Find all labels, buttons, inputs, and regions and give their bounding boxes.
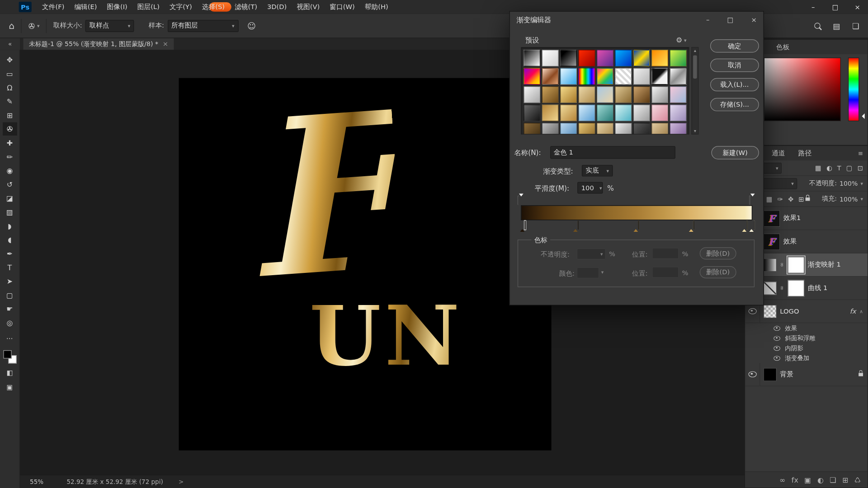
dodge-tool[interactable]: ◖ [3, 233, 17, 246]
stop-location-input[interactable] [652, 267, 679, 277]
tab-swatches[interactable]: 色板 [769, 40, 796, 54]
gradient-preset[interactable] [651, 104, 668, 121]
gradient-tool[interactable]: ▨ [3, 205, 17, 218]
smiley-icon[interactable]: ☺ [247, 21, 256, 31]
gradient-map-thumbnail[interactable] [764, 258, 777, 271]
layer-mask-thumbnail[interactable] [788, 280, 805, 296]
clone-stamp-tool[interactable]: ◉ [3, 164, 17, 177]
gradient-preset[interactable] [560, 50, 577, 66]
filter-smart-object-icon[interactable]: ⊡ [858, 164, 863, 172]
mask-link-icon[interactable]: ∞ [779, 263, 785, 267]
eye-icon[interactable] [774, 346, 780, 351]
gradient-preset[interactable] [560, 104, 577, 121]
lock-position-icon[interactable]: ✥ [788, 195, 793, 203]
new-button[interactable]: 新建(W) [711, 146, 759, 159]
fill-control[interactable]: 填充: 100% ▾ [822, 195, 863, 203]
quick-selection-tool[interactable]: ✎ [3, 94, 17, 108]
color-stop[interactable] [689, 221, 695, 229]
layer-effect-row[interactable]: 内阴影 [745, 343, 868, 353]
delete-opacity-stop-button[interactable]: 删除(D) [700, 247, 736, 259]
layer-row-background[interactable]: 背景 [745, 363, 868, 386]
color-stop[interactable] [742, 221, 748, 229]
color-swatches[interactable] [3, 350, 16, 363]
layer-effect-row[interactable]: 斜面和浮雕 [745, 333, 868, 343]
history-brush-tool[interactable]: ↺ [3, 178, 17, 191]
color-stop[interactable] [520, 221, 526, 229]
minimize-icon[interactable]: – [809, 3, 817, 11]
sample-size-dropdown[interactable]: 取样点 ▾ [85, 19, 134, 32]
workspace-icon[interactable]: ▤ [833, 21, 840, 30]
delete-color-stop-button[interactable]: 删除(D) [700, 266, 736, 278]
gradient-preset[interactable] [597, 50, 613, 66]
new-layer-icon[interactable]: ⊞ [842, 476, 848, 483]
layer-thumbnail[interactable]: F [764, 233, 780, 250]
gradient-preset[interactable] [579, 123, 595, 135]
gradient-preset[interactable] [560, 86, 577, 103]
gradient-preset[interactable] [542, 50, 559, 66]
layer-mask-thumbnail[interactable] [788, 257, 805, 273]
color-stop[interactable] [573, 221, 579, 229]
panel-menu-icon[interactable]: ≡ [858, 150, 863, 157]
gradient-preset[interactable] [579, 50, 595, 66]
gradient-preset[interactable] [615, 86, 632, 103]
visibility-toggle[interactable] [745, 363, 760, 385]
foreground-color-swatch[interactable] [3, 350, 11, 358]
eraser-tool[interactable]: ◪ [3, 192, 17, 205]
filter-shape-icon[interactable]: ▢ [846, 164, 853, 172]
save-button[interactable]: 存储(S)... [710, 98, 759, 111]
dialog-titlebar[interactable]: 渐变编辑器 – □ × [510, 12, 764, 28]
menu-item[interactable]: 视图(V) [292, 0, 325, 14]
gradient-preset[interactable] [579, 104, 595, 121]
stop-color-swatch[interactable] [577, 267, 599, 278]
ok-button[interactable]: 确定 [710, 39, 759, 52]
close-icon[interactable]: × [163, 40, 168, 47]
document-tab[interactable]: 未标题-1 @ 55% (渐变映射 1, 图层蒙版/8) * × [23, 38, 174, 50]
filter-type-icon[interactable]: T [837, 164, 841, 172]
gradient-preset[interactable] [670, 86, 687, 103]
filter-pixel-icon[interactable]: ▦ [815, 164, 821, 172]
status-chevron-icon[interactable]: > [179, 479, 184, 486]
gradient-preset[interactable] [670, 104, 687, 121]
maximize-icon[interactable]: □ [831, 3, 839, 11]
opacity-control[interactable]: 不透明度: 100% ▾ [809, 179, 863, 188]
scroll-down-icon[interactable]: ▾ [692, 128, 698, 133]
eye-icon[interactable] [774, 326, 780, 331]
gradient-preset[interactable] [597, 104, 613, 121]
hand-tool[interactable]: ☛ [3, 302, 17, 315]
gradient-preset[interactable] [615, 68, 632, 85]
scrollbar-thumb[interactable] [693, 55, 697, 78]
menu-item[interactable]: 图层(L) [132, 0, 165, 14]
quick-mask-icon[interactable]: ◧ [3, 368, 17, 378]
close-icon[interactable]: × [854, 3, 861, 11]
gradient-preset[interactable] [597, 68, 613, 85]
menu-item[interactable]: 选择(S) [197, 0, 230, 14]
gradient-preset[interactable] [651, 123, 668, 135]
gradient-preset[interactable] [651, 50, 668, 66]
maximize-icon[interactable]: □ [727, 16, 733, 24]
color-stop[interactable] [749, 221, 755, 229]
menu-item[interactable]: 文字(Y) [165, 0, 197, 14]
eyedropper-tool[interactable]: ✇ [3, 122, 17, 136]
layer-effect-row[interactable]: 渐变叠加 [745, 353, 868, 363]
load-button[interactable]: 载入(L)... [710, 78, 759, 91]
layer-style-icon[interactable]: fx [792, 476, 798, 483]
healing-brush-tool[interactable]: ✚ [3, 136, 17, 149]
eye-icon[interactable] [774, 356, 780, 361]
gradient-preset[interactable] [633, 104, 650, 121]
gradient-preset[interactable] [633, 68, 650, 85]
add-mask-icon[interactable]: ▣ [804, 476, 811, 483]
shape-tool[interactable]: ▢ [3, 288, 17, 301]
menu-item[interactable]: 图像(I) [102, 0, 132, 14]
presets-scrollbar[interactable]: ▴ ▾ [691, 47, 698, 134]
path-select-tool[interactable]: ➤ [3, 274, 17, 287]
curves-thumbnail[interactable] [764, 282, 777, 295]
gradient-preset[interactable] [597, 86, 613, 103]
marquee-tool[interactable]: ▭ [3, 67, 17, 80]
lock-transparency-icon[interactable]: ▦ [766, 195, 773, 203]
gradient-preset[interactable] [542, 123, 559, 135]
toolbar-collapse-button[interactable]: « [0, 38, 20, 50]
canvas[interactable]: F UN [179, 78, 552, 450]
layer-fx-badge[interactable]: fx [850, 307, 856, 315]
lasso-tool[interactable]: Ω [3, 81, 17, 94]
stop-opacity-dropdown[interactable]: ▾ [577, 249, 606, 259]
